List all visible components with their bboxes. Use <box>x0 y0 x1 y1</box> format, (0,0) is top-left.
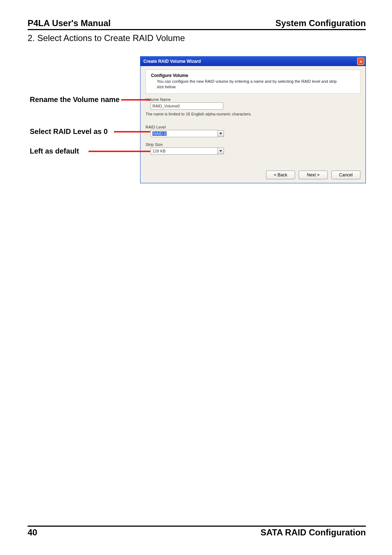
strip-size-value: 128 KB <box>152 149 166 153</box>
volume-name-label: Volume Name <box>146 97 360 102</box>
chevron-down-icon <box>219 150 222 152</box>
configure-description: You can configure the new RAID volume by… <box>157 79 338 90</box>
next-button[interactable]: Next > <box>299 171 328 179</box>
chevron-down-icon <box>219 132 222 135</box>
raid-level-label: RAID Level <box>146 125 360 129</box>
cancel-button[interactable]: Cancel <box>331 171 360 179</box>
back-button[interactable]: < Back <box>266 171 295 179</box>
close-icon: × <box>359 59 362 64</box>
content-row: Rename the Volume name Select RAID Level… <box>28 56 366 191</box>
callout-strip-size: Left as default <box>30 147 79 155</box>
header-left: P4LA User's Manual <box>28 18 111 28</box>
header-right: System Configuration <box>275 18 366 28</box>
callout-line-raid-level <box>114 131 150 132</box>
volume-name-input[interactable] <box>151 102 223 110</box>
page-footer: 40 SATA RAID Configuration <box>28 526 366 538</box>
volume-name-block: Volume Name The name is limited to 16 En… <box>146 97 360 116</box>
dialog-body: Configure Volume You can configure the n… <box>140 66 366 168</box>
dialog-button-row: < Back Next > Cancel <box>140 168 366 183</box>
callout-raid-level: Select RAID Level as 0 <box>30 127 108 136</box>
callout-line-strip <box>89 151 150 152</box>
step-instruction: 2. Select Actions to Create RAID Volume <box>28 33 366 43</box>
page-number: 40 <box>28 527 37 538</box>
strip-size-block: Strip Size 128 KB <box>146 142 360 155</box>
raid-wizard-dialog: Create RAID Volume Wizard × Configure Vo… <box>140 56 366 183</box>
raid-level-select[interactable]: RAID 0 <box>151 130 218 137</box>
dialog-titlebar[interactable]: Create RAID Volume Wizard × <box>140 57 366 66</box>
raid-level-block: RAID Level RAID 0 <box>146 125 360 137</box>
strip-size-dropdown-button[interactable] <box>217 148 224 154</box>
callouts-column: Rename the Volume name Select RAID Level… <box>28 56 140 191</box>
raid-level-value: RAID 0 <box>152 131 167 136</box>
callout-line-rename <box>121 99 150 101</box>
volume-name-helper: The name is limited to 16 English alpha-… <box>146 112 360 116</box>
callout-rename: Rename the Volume name <box>30 95 119 104</box>
configure-panel: Configure Volume You can configure the n… <box>146 70 360 94</box>
close-button[interactable]: × <box>357 58 364 65</box>
dialog-title: Create RAID Volume Wizard <box>143 59 201 64</box>
raid-level-dropdown-button[interactable] <box>217 130 224 137</box>
configure-title: Configure Volume <box>151 73 356 78</box>
page-header: P4LA User's Manual System Configuration <box>28 18 366 30</box>
strip-size-label: Strip Size <box>146 142 360 147</box>
strip-size-select[interactable]: 128 KB <box>151 147 218 155</box>
footer-section: SATA RAID Configuration <box>261 527 366 538</box>
